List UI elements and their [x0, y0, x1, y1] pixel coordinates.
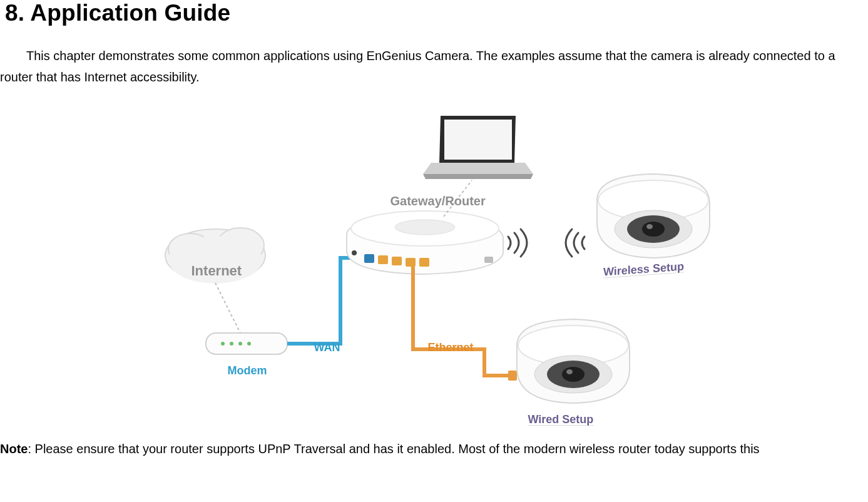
modem-icon: [206, 333, 287, 354]
ethernet-cable: [413, 267, 513, 376]
svg-rect-19: [444, 120, 512, 160]
svg-point-11: [395, 220, 455, 235]
svg-point-29: [562, 367, 585, 382]
svg-rect-17: [484, 257, 493, 263]
svg-rect-20: [508, 371, 517, 381]
svg-point-5: [221, 342, 225, 346]
svg-point-18: [352, 250, 357, 255]
note-body: : Please ensure that your router support…: [28, 442, 759, 456]
wan-cable: [287, 258, 365, 344]
intro-paragraph: This chapter demonstrates some common ap…: [0, 45, 863, 88]
laptop-icon: [423, 116, 533, 179]
svg-rect-15: [406, 258, 416, 267]
wireless-camera-icon: [597, 174, 710, 258]
svg-point-25: [646, 224, 653, 229]
svg-point-24: [642, 222, 665, 237]
link-internet-modem: [215, 283, 240, 333]
svg-point-6: [230, 342, 233, 346]
wired-camera-icon: [517, 319, 630, 403]
note-label: Note: [0, 442, 28, 456]
router-icon: [347, 211, 503, 274]
svg-rect-4: [206, 333, 287, 354]
label-ethernet: Ethernet: [428, 341, 474, 354]
network-diagram: Internet Gateway/Router Modem WAN Ethern…: [0, 100, 868, 432]
wireless-signal-icon: [508, 229, 585, 257]
svg-point-7: [238, 342, 242, 346]
label-wan: WAN: [314, 341, 340, 354]
svg-rect-14: [392, 257, 402, 265]
label-internet: Internet: [191, 263, 242, 279]
label-wired-setup: Wired Setup: [528, 413, 594, 426]
svg-point-8: [247, 342, 251, 346]
label-gateway-router: Gateway/Router: [391, 194, 486, 208]
svg-rect-13: [378, 255, 388, 264]
svg-rect-16: [419, 258, 429, 267]
page-title: 8. Application Guide: [5, 0, 868, 26]
note-paragraph: Note: Please ensure that your router sup…: [0, 438, 863, 459]
label-modem: Modem: [228, 364, 267, 377]
svg-point-30: [566, 369, 573, 374]
svg-rect-12: [364, 254, 374, 263]
